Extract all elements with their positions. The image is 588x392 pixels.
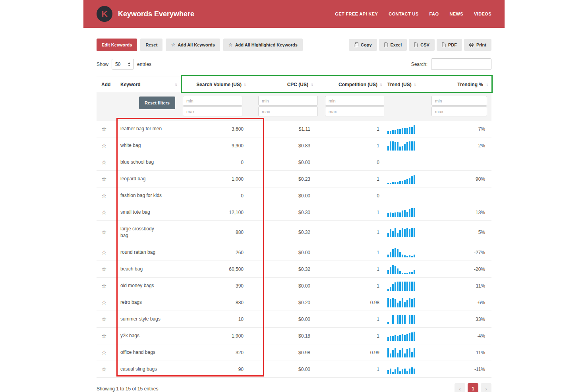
competition-min-input[interactable] bbox=[325, 96, 385, 106]
trending-pct-cell: 33% bbox=[431, 311, 491, 328]
competition-cell: 1 bbox=[325, 261, 384, 278]
sort-icon: ↑↓ bbox=[244, 82, 246, 87]
trend-cell bbox=[384, 187, 431, 204]
add-star-icon[interactable]: ☆ bbox=[101, 176, 106, 182]
trend-cell bbox=[384, 361, 431, 378]
trending-pct-cell: -27% bbox=[431, 244, 491, 261]
csv-button[interactable]: CSV bbox=[409, 39, 435, 51]
excel-button[interactable]: Excel bbox=[379, 39, 407, 51]
entries-select-value: 50 bbox=[115, 62, 120, 67]
competition-cell: 1 bbox=[325, 278, 384, 294]
trend-cell bbox=[384, 221, 431, 244]
table-row: ☆ round rattan bag 260 $0.00 1 -27% bbox=[97, 244, 491, 261]
pagination-prev-button[interactable]: ‹ bbox=[455, 383, 465, 392]
trend-cell bbox=[384, 344, 431, 361]
cpc-cell: $0.23 bbox=[258, 171, 325, 187]
toolbar: Edit Keywords Reset ☆ Add All Keywords ☆… bbox=[97, 39, 491, 51]
trending-min-input[interactable] bbox=[431, 96, 487, 106]
cpc-cell: $0.98 bbox=[258, 344, 325, 361]
add-star-icon[interactable]: ☆ bbox=[101, 229, 106, 236]
add-star-icon[interactable]: ☆ bbox=[101, 332, 106, 339]
show-label: Show bbox=[97, 62, 108, 67]
trend-sparkline bbox=[387, 315, 431, 324]
pdf-label: PDF bbox=[448, 42, 457, 47]
cpc-cell: $0.83 bbox=[258, 137, 325, 154]
competition-cell: 1 bbox=[325, 361, 384, 378]
add-star-icon[interactable]: ☆ bbox=[101, 126, 106, 132]
add-star-icon[interactable]: ☆ bbox=[101, 366, 106, 373]
add-star-icon[interactable]: ☆ bbox=[101, 192, 106, 199]
reset-filters-button[interactable]: Reset filters bbox=[139, 97, 175, 109]
nav-contact-us[interactable]: CONTACT US bbox=[389, 12, 418, 16]
nav-get-free-api-key[interactable]: GET FREE API KEY bbox=[335, 12, 378, 16]
cpc-max-input[interactable] bbox=[258, 106, 318, 116]
add-cell: ☆ bbox=[97, 328, 115, 344]
main-content: Edit Keywords Reset ☆ Add All Keywords ☆… bbox=[83, 39, 505, 392]
trend-sparkline bbox=[387, 158, 431, 167]
search-volume-cell: 10 bbox=[182, 311, 258, 328]
cpc-cell: $0.00 bbox=[258, 187, 325, 204]
edit-keywords-button[interactable]: Edit Keywords bbox=[97, 39, 137, 51]
keyword-cell: white bag bbox=[115, 137, 182, 154]
table-body: ☆ leather bag for men 3,600 $1.11 1 7% ☆… bbox=[97, 121, 491, 378]
volume-min-input[interactable] bbox=[183, 96, 242, 106]
column-header-cpc[interactable]: CPC (US)↑↓ bbox=[258, 77, 325, 92]
copy-button[interactable]: Copy bbox=[349, 39, 377, 51]
trend-sparkline bbox=[387, 228, 431, 237]
keyword-cell: summer style bags bbox=[115, 311, 182, 328]
add-star-icon[interactable]: ☆ bbox=[101, 316, 106, 322]
nav-faq[interactable]: FAQ bbox=[429, 12, 439, 16]
trend-sparkline bbox=[387, 141, 431, 151]
cpc-min-input[interactable] bbox=[258, 96, 318, 106]
table-row: ☆ blue school bag 0 $0.00 0 bbox=[97, 154, 491, 171]
volume-max-input[interactable] bbox=[183, 106, 242, 116]
trend-cell bbox=[384, 328, 431, 344]
add-star-icon[interactable]: ☆ bbox=[101, 349, 106, 356]
table-footer: Showing 1 to 15 of 15 entries ‹ 1 › bbox=[97, 383, 491, 392]
entries-select[interactable]: 50 bbox=[112, 59, 134, 70]
add-star-icon[interactable]: ☆ bbox=[101, 159, 106, 166]
search-volume-cell: 90 bbox=[182, 361, 258, 378]
column-header-trend[interactable]: Trend (US)↑↓ bbox=[384, 77, 431, 92]
print-button[interactable]: Print bbox=[464, 39, 491, 51]
add-all-highlighted-keywords-button[interactable]: ☆ Add All Highlighted Keywords bbox=[223, 39, 303, 51]
reset-button[interactable]: Reset bbox=[140, 39, 162, 51]
trending-max-input[interactable] bbox=[431, 106, 487, 116]
trending-pct-cell bbox=[431, 187, 491, 204]
excel-label: Excel bbox=[391, 42, 402, 47]
add-star-icon[interactable]: ☆ bbox=[101, 299, 106, 306]
table-row: ☆ beach bag 60,500 $0.32 1 -20% bbox=[97, 261, 491, 278]
add-all-keywords-button[interactable]: ☆ Add All Keywords bbox=[166, 39, 220, 51]
column-header-competition[interactable]: Competition (US)↑↓ bbox=[325, 77, 384, 92]
pagination-page-1[interactable]: 1 bbox=[468, 383, 478, 392]
trend-sparkline bbox=[387, 174, 431, 184]
trending-pct-cell: 11% bbox=[431, 344, 491, 361]
cpc-cell: $0.00 bbox=[258, 244, 325, 261]
filter-cell-volume bbox=[182, 92, 258, 121]
column-header-trending-pct[interactable]: Trending %↑↓ bbox=[431, 77, 491, 92]
column-header-keyword[interactable]: Keyword↑↓ bbox=[115, 77, 182, 92]
add-cell: ☆ bbox=[97, 221, 115, 244]
cpc-cell: $0.00 bbox=[258, 311, 325, 328]
nav-videos[interactable]: VIDEOS bbox=[474, 12, 491, 16]
table-row: ☆ y2k bags 1,900 $0.18 1 -4% bbox=[97, 328, 491, 344]
add-star-icon[interactable]: ☆ bbox=[101, 142, 106, 149]
trend-cell bbox=[384, 154, 431, 171]
column-header-search-volume[interactable]: Search Volume (US)↑↓ bbox=[182, 77, 258, 92]
add-star-icon[interactable]: ☆ bbox=[101, 266, 106, 272]
competition-max-input[interactable] bbox=[325, 106, 385, 116]
copy-label: Copy bbox=[361, 42, 372, 47]
competition-cell: 1 bbox=[325, 204, 384, 221]
add-star-icon[interactable]: ☆ bbox=[101, 249, 106, 256]
competition-cell: 1 bbox=[325, 244, 384, 261]
add-star-icon[interactable]: ☆ bbox=[101, 209, 106, 216]
nav-news[interactable]: NEWS bbox=[449, 12, 463, 16]
pdf-button[interactable]: PDF bbox=[437, 39, 462, 51]
trending-pct-cell: -2% bbox=[431, 137, 491, 154]
add-star-icon[interactable]: ☆ bbox=[101, 282, 106, 289]
filter-cell-cpc bbox=[258, 92, 325, 121]
pagination-next-button[interactable]: › bbox=[481, 383, 491, 392]
table-wrap: Add Keyword↑↓ Search Volume (US)↑↓ CPC (… bbox=[97, 77, 491, 378]
search-input[interactable] bbox=[431, 58, 491, 70]
keyword-cell: retro bags bbox=[115, 294, 182, 311]
